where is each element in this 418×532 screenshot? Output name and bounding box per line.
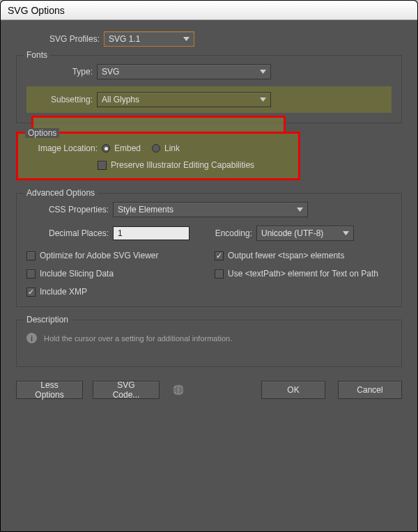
- button-row: Less Options SVG Code... OK: [16, 381, 402, 399]
- description-text: Hold the cursor over a setting for addit…: [44, 334, 232, 343]
- embed-label: Embed: [114, 143, 141, 153]
- chevron-down-icon: [183, 37, 189, 41]
- checkbox-box-icon: [215, 269, 224, 279]
- dialog-content: SVG Profiles: SVG 1.1 Fonts Type: SVG Su…: [1, 20, 417, 531]
- svg-marker-0: [183, 37, 189, 41]
- encoding-label: Encoding:: [203, 228, 252, 238]
- description-group: Description i Hold the cursor over a set…: [16, 320, 402, 367]
- ok-button[interactable]: OK: [261, 381, 325, 399]
- optimize-svg-viewer-checkbox[interactable]: Optimize for Adobe SVG Viewer: [26, 251, 203, 260]
- svg-marker-1: [260, 70, 266, 74]
- svg-options-dialog: SVG Options SVG Profiles: SVG 1.1 Fonts …: [0, 0, 418, 532]
- less-options-button[interactable]: Less Options: [16, 381, 83, 399]
- image-location-label: Image Location:: [28, 143, 98, 153]
- encoding-select[interactable]: Unicode (UTF-8): [256, 226, 354, 241]
- include-slicing-checkbox[interactable]: Include Slicing Data: [26, 269, 203, 279]
- svg-marker-2: [260, 97, 266, 102]
- output-tspan-checkbox[interactable]: Output fewer <tspan> elements: [215, 251, 380, 260]
- output-tspan-label: Output fewer <tspan> elements: [228, 251, 344, 260]
- chevron-down-icon: [297, 208, 303, 212]
- decimal-places-label: Decimal Places:: [26, 228, 109, 238]
- chevron-down-icon: [260, 70, 266, 74]
- subsetting-value: All Glyphs: [102, 95, 139, 104]
- svg-profiles-value: SVG 1.1: [109, 34, 140, 44]
- checkbox-box-icon: [98, 161, 107, 170]
- subsetting-select[interactable]: All Glyphs: [97, 92, 271, 107]
- use-textpath-label: Use <textPath> element for Text on Path: [228, 269, 378, 279]
- chevron-down-icon: [260, 97, 266, 102]
- info-icon: i: [26, 333, 37, 343]
- options-group: Options Image Location: Embed Link Prese…: [16, 132, 300, 180]
- checkbox-checked-icon: [215, 251, 224, 260]
- svg-profiles-label: SVG Profiles:: [37, 34, 100, 44]
- window-title: SVG Options: [8, 5, 65, 16]
- svg-marker-4: [343, 231, 349, 235]
- optimize-label: Optimize for Adobe SVG Viewer: [40, 251, 159, 260]
- image-location-link-radio[interactable]: Link: [152, 143, 180, 153]
- description-legend: Description: [24, 315, 71, 324]
- decimal-places-input[interactable]: [113, 226, 189, 240]
- radio-circle-icon: [152, 144, 160, 152]
- advanced-options-group: Advanced Options CSS Properties: Style E…: [16, 193, 402, 307]
- checkbox-box-icon: [26, 251, 36, 260]
- subsetting-label: Subsetting:: [26, 95, 93, 104]
- fonts-legend: Fonts: [24, 50, 50, 60]
- checkbox-box-icon: [26, 269, 36, 279]
- include-xmp-checkbox[interactable]: Include XMP: [26, 287, 203, 297]
- encoding-value: Unicode (UTF-8): [261, 228, 323, 238]
- font-type-label: Type:: [26, 67, 93, 77]
- svg-profiles-select[interactable]: SVG 1.1: [104, 31, 194, 47]
- svg-marker-3: [297, 208, 303, 212]
- link-label: Link: [164, 143, 180, 153]
- preserve-editing-checkbox[interactable]: Preserve Illustrator Editing Capabilitie…: [98, 160, 254, 170]
- fonts-group: Fonts Type: SVG Subsetting: All Glyphs: [16, 55, 402, 123]
- font-type-value: SVG: [102, 67, 119, 77]
- radio-dot-icon: [102, 144, 110, 152]
- css-properties-value: Style Elements: [118, 205, 173, 214]
- options-legend: Options: [25, 128, 59, 138]
- svg-code-button[interactable]: SVG Code...: [93, 381, 160, 399]
- css-properties-label: CSS Properties:: [26, 205, 109, 214]
- use-textpath-checkbox[interactable]: Use <textPath> element for Text on Path: [215, 269, 380, 279]
- css-properties-select[interactable]: Style Elements: [113, 202, 308, 217]
- include-xmp-label: Include XMP: [40, 287, 87, 297]
- titlebar[interactable]: SVG Options: [1, 1, 417, 20]
- advanced-legend: Advanced Options: [24, 188, 98, 198]
- checkbox-checked-icon: [26, 288, 36, 297]
- preserve-label: Preserve Illustrator Editing Capabilitie…: [111, 160, 254, 170]
- chevron-down-icon: [343, 231, 349, 235]
- image-location-embed-radio[interactable]: Embed: [102, 143, 141, 153]
- globe-icon[interactable]: [169, 381, 187, 399]
- include-slicing-label: Include Slicing Data: [40, 269, 114, 279]
- font-type-select[interactable]: SVG: [97, 64, 271, 79]
- cancel-button[interactable]: Cancel: [338, 381, 402, 399]
